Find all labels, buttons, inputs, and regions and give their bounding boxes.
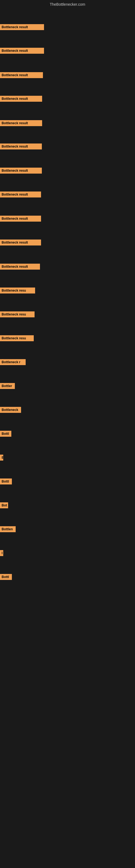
bottleneck-bar-16: Bottler xyxy=(0,383,15,389)
bottleneck-bar-23: I xyxy=(0,550,3,556)
bar-row-23: I xyxy=(0,550,3,557)
bar-row-10: Bottleneck result xyxy=(0,240,41,247)
bottleneck-bar-5: Bottleneck result xyxy=(0,120,42,126)
bar-row-2: Bottleneck result xyxy=(0,48,44,55)
bottleneck-bar-20: Bottl xyxy=(0,478,12,485)
bar-row-9: Bottleneck result xyxy=(0,216,41,223)
bottleneck-bar-12: Bottleneck resu xyxy=(0,287,35,293)
bar-row-20: Bottl xyxy=(0,478,12,486)
bars-container: Bottleneck resultBottleneck resultBottle… xyxy=(0,9,135,845)
bottleneck-bar-13: Bottleneck resu xyxy=(0,311,35,317)
bar-row-4: Bottleneck result xyxy=(0,96,42,103)
bottleneck-bar-17: Bottleneck xyxy=(0,407,21,413)
bottleneck-bar-3: Bottleneck result xyxy=(0,72,43,78)
bar-row-19: B xyxy=(0,455,3,462)
bottleneck-bar-14: Bottleneck resu xyxy=(0,335,34,341)
site-title: TheBottlenecker.com xyxy=(0,0,135,9)
bottleneck-bar-15: Bottleneck r xyxy=(0,359,26,365)
bottleneck-bar-21: Bot xyxy=(0,502,8,508)
bottleneck-bar-24: Bottl xyxy=(0,574,12,580)
bar-row-12: Bottleneck resu xyxy=(0,287,35,294)
bar-row-24: Bottl xyxy=(0,574,12,581)
bottleneck-bar-10: Bottleneck result xyxy=(0,240,41,246)
bottleneck-bar-4: Bottleneck result xyxy=(0,96,42,102)
bottleneck-bar-18: Bottl xyxy=(0,431,11,437)
bottleneck-bar-1: Bottleneck result xyxy=(0,24,44,30)
bar-row-17: Bottleneck xyxy=(0,407,21,414)
bar-row-1: Bottleneck result xyxy=(0,24,44,31)
bar-row-13: Bottleneck resu xyxy=(0,311,35,318)
bar-row-18: Bottl xyxy=(0,431,11,438)
bar-row-7: Bottleneck result xyxy=(0,167,42,175)
bottleneck-bar-11: Bottleneck result xyxy=(0,264,40,270)
bar-row-3: Bottleneck result xyxy=(0,72,43,79)
bottleneck-bar-6: Bottleneck result xyxy=(0,144,42,150)
bar-row-21: Bot xyxy=(0,502,8,509)
bar-row-5: Bottleneck result xyxy=(0,120,42,127)
bar-row-15: Bottleneck r xyxy=(0,359,26,366)
bottleneck-bar-7: Bottleneck result xyxy=(0,167,42,174)
bar-row-22: Bottlen xyxy=(0,526,16,533)
bottleneck-bar-2: Bottleneck result xyxy=(0,48,44,54)
bottleneck-bar-22: Bottlen xyxy=(0,526,16,532)
bottleneck-bar-19: B xyxy=(0,455,3,461)
bar-row-8: Bottleneck result xyxy=(0,191,41,198)
bottleneck-bar-9: Bottleneck result xyxy=(0,216,41,222)
bar-row-11: Bottleneck result xyxy=(0,264,40,271)
bar-row-16: Bottler xyxy=(0,383,15,390)
bar-row-6: Bottleneck result xyxy=(0,144,42,151)
bar-row-14: Bottleneck resu xyxy=(0,335,34,342)
bottleneck-bar-8: Bottleneck result xyxy=(0,191,41,197)
